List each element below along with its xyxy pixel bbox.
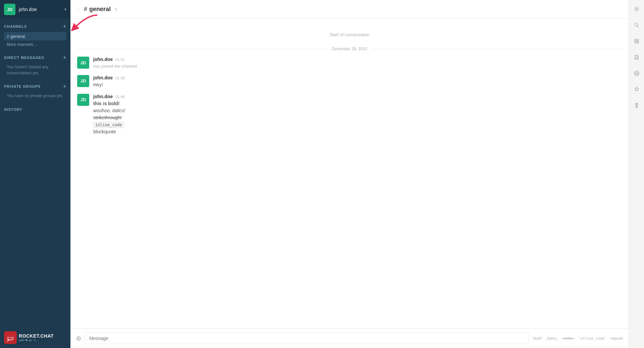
- direct-messages-section-header: DIRECT MESSAGES +: [4, 55, 66, 61]
- message-header: john.doe 01:48: [93, 94, 622, 99]
- svg-rect-10: [637, 39, 639, 41]
- at-icon[interactable]: [632, 68, 642, 78]
- avatar: JD: [77, 75, 89, 87]
- message-header: john.doe 01:38: [93, 75, 622, 80]
- message-content: john.doe 01:48 this is bold! woohoo, ita…: [93, 94, 622, 135]
- message-text-code: inline_code: [93, 121, 622, 128]
- private-groups-empty: You have no private groups yet.: [4, 92, 66, 99]
- message-content: john.doe 01:31 has joined the channel.: [93, 57, 622, 70]
- format-strike-hint[interactable]: ~strike~: [562, 336, 575, 340]
- format-hints: *bold* _italics_ ~strike~ `inline_code` …: [532, 336, 623, 341]
- history-label[interactable]: HISTORY: [4, 108, 22, 112]
- svg-rect-12: [637, 42, 639, 43]
- format-code-hint[interactable]: `inline_code`: [578, 336, 607, 341]
- username-label: john.doe: [19, 7, 64, 12]
- message-time: 01:48: [115, 95, 125, 99]
- private-groups-section: PRIVATE GROUPS + You have no private gro…: [0, 79, 70, 101]
- italic-text: woohoo, italics!: [93, 108, 125, 113]
- svg-point-13: [636, 72, 638, 74]
- message-time: 01:31: [115, 58, 125, 62]
- chat-header: ☆ # general ✎: [70, 0, 629, 19]
- rocket-chat-icon: [4, 331, 17, 344]
- settings-icon[interactable]: [632, 4, 642, 14]
- direct-messages-label: DIRECT MESSAGES: [4, 56, 44, 60]
- right-sidebar: [629, 0, 644, 348]
- format-italic-hint[interactable]: _italics_: [545, 336, 559, 340]
- star-icon[interactable]: [632, 84, 642, 94]
- pin-icon[interactable]: [632, 100, 642, 111]
- add-private-group-button[interactable]: +: [63, 83, 66, 89]
- format-quote-hint[interactable]: >bquote: [610, 336, 623, 340]
- message-author: john.doe: [93, 94, 113, 99]
- message-time: 01:38: [115, 76, 125, 80]
- direct-messages-empty: You haven't started any conversations ye…: [4, 63, 66, 77]
- svg-point-4: [8, 337, 9, 338]
- format-bold-hint[interactable]: *bold*: [532, 336, 542, 340]
- search-icon[interactable]: [632, 20, 642, 30]
- hash-icon: #: [7, 34, 9, 39]
- message-text-blockquote: blockquote: [93, 128, 622, 135]
- channels-section: CHANNELS + # general More channels ...: [0, 19, 70, 50]
- message-text: Hey!: [93, 81, 622, 88]
- message-text: has joined the channel.: [93, 63, 622, 70]
- main-chat: ☆ # general ✎ Start of conversation Dece…: [70, 0, 629, 348]
- rocket-chat-sub: with ❤ on ⌥: [19, 339, 54, 342]
- private-groups-section-header: PRIVATE GROUPS +: [4, 83, 66, 89]
- svg-rect-11: [635, 42, 636, 43]
- avatar: JD: [4, 4, 15, 15]
- bold-text: this is bold!: [93, 101, 120, 106]
- inline-code-text: inline_code: [93, 122, 124, 128]
- message-author: john.doe: [93, 75, 113, 80]
- history-section: HISTORY: [0, 101, 70, 114]
- sidebar-bottom: ROCKET.CHAT with ❤ on ⌥: [0, 327, 70, 348]
- channel-name: general: [89, 6, 111, 13]
- upload-button[interactable]: ⊕: [76, 334, 82, 342]
- messages-area: Start of conversation December 28, 2015 …: [70, 19, 629, 328]
- direct-messages-section: DIRECT MESSAGES + You haven't started an…: [0, 50, 70, 79]
- add-channel-button[interactable]: +: [63, 23, 66, 29]
- message-header: john.doe 01:31: [93, 57, 622, 62]
- svg-point-5: [10, 337, 11, 338]
- channels-label: CHANNELS: [4, 24, 27, 28]
- user-menu[interactable]: JD john.doe ▾: [0, 0, 70, 19]
- rocket-chat-name: ROCKET.CHAT: [19, 333, 54, 339]
- add-direct-message-button[interactable]: +: [63, 55, 66, 61]
- files-icon[interactable]: [632, 52, 642, 62]
- channel-name-label: general: [10, 34, 25, 39]
- channels-section-header: CHANNELS +: [4, 23, 66, 29]
- message-text-strike: strikethrough!: [93, 114, 622, 121]
- chevron-down-icon: ▾: [64, 7, 66, 12]
- avatar: JD: [77, 94, 89, 106]
- svg-point-7: [636, 8, 637, 10]
- message-input[interactable]: [85, 333, 529, 344]
- date-divider-line-right: [371, 49, 622, 49]
- message-author: john.doe: [93, 57, 113, 62]
- chat-input-area: ⊕ *bold* _italics_ ~strike~ `inline_code…: [70, 328, 629, 348]
- sidebar-item-general[interactable]: # general: [4, 32, 66, 41]
- blockquote-text: blockquote: [93, 129, 116, 134]
- more-channels-link[interactable]: More channels ...: [4, 41, 66, 48]
- edit-channel-button[interactable]: ✎: [114, 7, 118, 12]
- rocket-chat-text: ROCKET.CHAT with ❤ on ⌥: [19, 333, 54, 342]
- star-channel-button[interactable]: ☆: [76, 6, 80, 12]
- channel-hash-icon: #: [84, 6, 87, 13]
- date-divider-line-left: [77, 49, 328, 49]
- strikethrough-text: strikethrough!: [93, 115, 122, 120]
- table-row: JD john.doe 01:31 has joined the channel…: [70, 54, 629, 72]
- message-content: john.doe 01:38 Hey!: [93, 75, 622, 88]
- channel-title: # general: [84, 6, 111, 13]
- avatar: JD: [77, 57, 89, 69]
- plugin-icon[interactable]: [632, 36, 642, 46]
- private-groups-label: PRIVATE GROUPS: [4, 84, 41, 88]
- message-text-bold: this is bold!: [93, 100, 622, 107]
- message-text-italic: woohoo, italics!: [93, 107, 622, 114]
- date-divider-text: December 28, 2015: [332, 47, 367, 51]
- rocket-chat-logo: ROCKET.CHAT with ❤ on ⌥: [4, 331, 66, 344]
- table-row: JD john.doe 01:48 this is bold! woohoo, …: [70, 91, 629, 138]
- sidebar: JD john.doe ▾ CHANNELS + # general More …: [0, 0, 70, 348]
- svg-point-6: [12, 337, 13, 338]
- table-row: JD john.doe 01:38 Hey!: [70, 72, 629, 91]
- date-divider: December 28, 2015: [70, 44, 629, 54]
- svg-rect-9: [635, 39, 636, 41]
- conversation-start: Start of conversation: [70, 19, 629, 44]
